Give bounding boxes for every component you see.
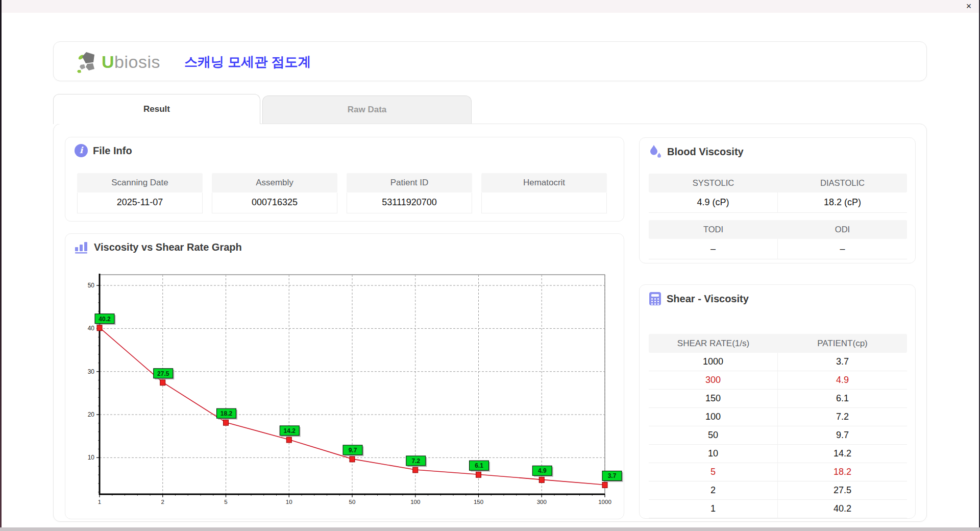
- shear-rate-cell: 2: [649, 481, 778, 500]
- ubiosis-logo: Ubiosis: [76, 50, 160, 74]
- window-titlebar: ×: [0, 0, 980, 13]
- indices-table: TODI ODI – –: [649, 220, 907, 259]
- table-row: 140.2: [649, 500, 907, 518]
- svg-text:50: 50: [349, 499, 356, 505]
- shear-rate-cell: 10: [649, 445, 778, 463]
- todi-value: –: [649, 239, 778, 259]
- diastolic-value: 18.2 (cP): [778, 192, 907, 213]
- table-row: 227.5: [649, 481, 907, 500]
- patient-cell: 40.2: [778, 500, 907, 518]
- result-panel: i File Info Scanning Date 2025-11-07 Ass…: [53, 124, 927, 522]
- svg-text:14.2: 14.2: [284, 427, 296, 435]
- file-info-field: Assembly 000716325: [212, 173, 337, 213]
- viscosity-chart: 10203040501251050100150300100040.227.518…: [65, 262, 625, 516]
- file-info-grid: Scanning Date 2025-11-07 Assembly 000716…: [77, 173, 607, 213]
- table-row: 3004.9: [649, 371, 907, 390]
- field-value: 2025-11-07: [77, 192, 203, 213]
- patient-cell: 14.2: [778, 445, 907, 463]
- table-row: 10003.7: [649, 353, 907, 371]
- app-window: × Ubiosis 스캐닝 모세관 점도계 Result Raw Data i …: [0, 0, 980, 531]
- shear-rate-cell: 100: [649, 408, 778, 426]
- svg-text:100: 100: [410, 499, 420, 505]
- diastolic-header: DIASTOLIC: [778, 174, 907, 192]
- svg-text:10: 10: [88, 454, 95, 461]
- svg-text:20: 20: [88, 411, 95, 418]
- field-value: [481, 192, 607, 213]
- shear-viscosity-table: SHEAR RATE(1/s) PATIENT(cp) 10003.7 3004…: [649, 334, 907, 518]
- window-left-border: [0, 0, 2, 531]
- systolic-value: 4.9 (cP): [649, 192, 778, 213]
- file-info-field: Hematocrit: [481, 173, 607, 213]
- patient-cell: 4.9: [778, 371, 907, 390]
- shear-rate-cell: 5: [649, 463, 778, 481]
- svg-text:2: 2: [161, 499, 164, 505]
- calculator-icon: [649, 292, 662, 306]
- svg-text:4.9: 4.9: [538, 467, 547, 474]
- patient-cell: 3.7: [778, 353, 907, 371]
- patient-cell: 9.7: [778, 426, 907, 445]
- file-info-card: i File Info Scanning Date 2025-11-07 Ass…: [65, 137, 624, 222]
- shear-rate-cell: 1: [649, 500, 778, 518]
- patient-cell: 6.1: [778, 390, 907, 408]
- svg-text:6.1: 6.1: [475, 462, 483, 469]
- table-row: 518.2: [649, 463, 907, 481]
- svg-text:1000: 1000: [598, 499, 611, 505]
- graph-title: Viscosity vs Shear Rate Graph: [94, 242, 242, 253]
- blood-viscosity-card: Blood Viscosity SYSTOLIC DIASTOLIC 4.9 (…: [639, 137, 916, 263]
- svg-text:27.5: 27.5: [157, 370, 169, 377]
- svg-text:50: 50: [88, 282, 95, 289]
- odi-value: –: [778, 239, 907, 259]
- svg-text:3.7: 3.7: [608, 472, 617, 479]
- svg-text:9.7: 9.7: [349, 447, 357, 454]
- patient-cell: 7.2: [778, 408, 907, 426]
- ubiosis-logo-text: Ubiosis: [102, 52, 160, 72]
- patient-column-header: PATIENT(cp): [778, 334, 907, 353]
- field-label: Hematocrit: [481, 173, 607, 192]
- viscosity-graph-card: Viscosity vs Shear Rate Graph 1020304050…: [65, 233, 624, 519]
- file-info-field: Patient ID 53111920700: [347, 173, 472, 213]
- svg-text:1: 1: [98, 499, 101, 505]
- shear-rate-cell: 50: [649, 426, 778, 445]
- shear-rate-cell: 1000: [649, 353, 778, 371]
- file-info-field: Scanning Date 2025-11-07: [77, 173, 203, 213]
- close-icon[interactable]: ×: [963, 0, 975, 12]
- field-value: 53111920700: [347, 192, 472, 213]
- logo-letter-u: U: [102, 52, 114, 71]
- window-bottom-border: [0, 527, 980, 531]
- svg-text:5: 5: [224, 499, 227, 505]
- svg-text:30: 30: [88, 368, 95, 375]
- page-title: 스캐닝 모세관 점도계: [184, 42, 311, 82]
- file-info-title: File Info: [93, 145, 132, 157]
- field-value: 000716325: [212, 192, 337, 213]
- logo-rest: biosis: [114, 52, 160, 71]
- bar-chart-icon: [75, 240, 89, 254]
- shear-viscosity-title: Shear - Viscosity: [667, 293, 749, 305]
- svg-text:40: 40: [88, 325, 95, 332]
- shear-viscosity-card: Shear - Viscosity SHEAR RATE(1/s) PATIEN…: [639, 284, 916, 519]
- table-row: 1506.1: [649, 390, 907, 408]
- shear-rate-cell: 150: [649, 390, 778, 408]
- todi-header: TODI: [649, 220, 778, 239]
- odi-header: ODI: [778, 220, 907, 239]
- tab-result[interactable]: Result: [53, 94, 260, 124]
- systolic-header: SYSTOLIC: [649, 174, 778, 192]
- ubiosis-logo-icon: [76, 51, 100, 73]
- field-label: Scanning Date: [77, 173, 203, 192]
- table-row: 1007.2: [649, 408, 907, 426]
- field-label: Assembly: [212, 173, 337, 192]
- tab-raw-data[interactable]: Raw Data: [262, 95, 472, 124]
- shear-rate-column-header: SHEAR RATE(1/s): [649, 334, 778, 353]
- pressure-table: SYSTOLIC DIASTOLIC 4.9 (cP) 18.2 (cP): [649, 174, 907, 213]
- patient-cell: 18.2: [778, 463, 907, 481]
- info-icon: i: [75, 144, 88, 157]
- table-row: 1014.2: [649, 445, 907, 463]
- patient-cell: 27.5: [778, 481, 907, 500]
- svg-text:150: 150: [474, 499, 483, 505]
- shear-rate-cell: 300: [649, 371, 778, 390]
- blood-viscosity-title: Blood Viscosity: [667, 146, 744, 158]
- svg-text:40.2: 40.2: [99, 316, 111, 323]
- svg-text:7.2: 7.2: [411, 457, 420, 465]
- svg-text:18.2: 18.2: [220, 410, 233, 417]
- blood-drop-icon: [649, 144, 662, 159]
- header-bar: Ubiosis 스캐닝 모세관 점도계: [53, 41, 927, 81]
